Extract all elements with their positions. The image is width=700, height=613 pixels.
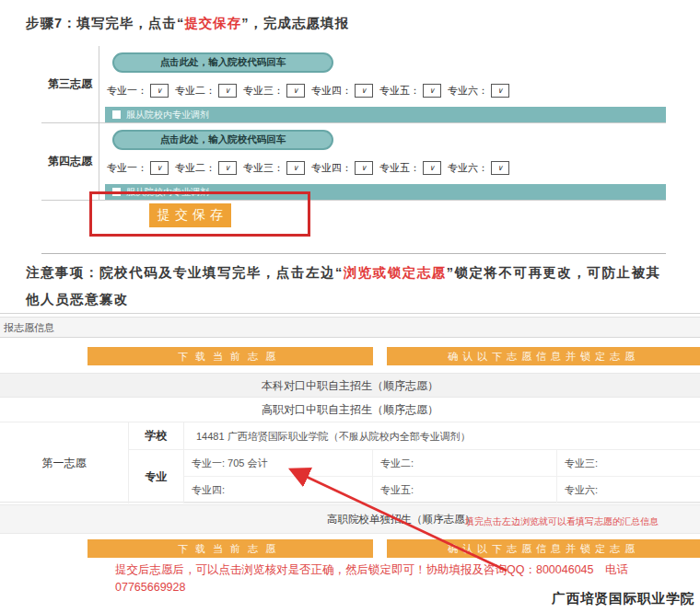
chevron-down-icon: ∨: [225, 164, 230, 172]
major3-label: 专业三：: [243, 84, 284, 98]
note-highlight: 浏览或锁定志愿: [344, 265, 447, 280]
section-row-benke: 本科对口中职自主招生（顺序志愿）: [0, 373, 700, 398]
note-text: 院校代码及专业填写完毕，点击左边“: [99, 265, 344, 280]
major-label: 专业: [129, 450, 184, 503]
danzhao-title: 高职院校单独招生（顺序志愿）: [327, 505, 475, 533]
submit-row: 提交保存: [41, 201, 666, 254]
browse-tip-red-text: 填完点击左边浏览就可以看填写志愿的汇总信息: [465, 515, 659, 528]
checkbox-icon[interactable]: [112, 110, 121, 119]
volunteer-form-screenshot: 第三志愿 点击此处，输入院校代码回车 专业一： ∨ 专业二： ∨ 专业三： ∨ …: [41, 46, 666, 254]
adjust-checkbox-bar[interactable]: 服从院校内专业调剂: [105, 107, 666, 122]
school-code-input-button[interactable]: 点击此处，输入院校代码回车: [112, 52, 333, 73]
major2-label: 专业二：: [175, 161, 216, 175]
download-current-button[interactable]: 下载当前志愿: [88, 539, 373, 558]
major4-select[interactable]: ∨: [355, 84, 373, 98]
adjust-label: 服从院校内专业调剂: [126, 109, 209, 121]
major5-label: 专业五：: [379, 161, 420, 175]
college-name: 广西培贤国际职业学院: [552, 590, 694, 607]
download-current-button[interactable]: 下载当前志愿: [88, 347, 373, 365]
third-choice-label: 第三志愿: [41, 46, 99, 122]
school-value: 14481 广西培贤国际职业学院（不服从院校内全部专业调剂）: [184, 422, 700, 450]
major6-select[interactable]: ∨: [491, 161, 509, 175]
major4-label: 专业四：: [311, 161, 352, 175]
major6-value: 专业六:: [557, 477, 700, 503]
first-choice-label: 第一志愿: [0, 422, 129, 503]
tutorial-page: 步骤7：填写完毕，点击“提交保存”，完成志愿填报 第三志愿 点击此处，输入院校代…: [0, 0, 700, 613]
first-choice-table: 第一志愿 学校 14481 广西培贤国际职业学院（不服从院校内全部专业调剂） 专…: [0, 422, 700, 503]
major3-select[interactable]: ∨: [286, 161, 305, 175]
major3-label: 专业三：: [243, 161, 284, 175]
notes-paragraph: 注意事项：院校代码及专业填写完毕，点击左边“浏览或锁定志愿”锁定将不可再更改，可…: [26, 260, 672, 313]
major4-label: 专业四：: [311, 84, 352, 98]
chevron-down-icon: ∨: [157, 164, 162, 172]
panel-header: 报志愿信息: [0, 317, 700, 338]
major6-select[interactable]: ∨: [491, 84, 509, 98]
top-button-row: 下载当前志愿 确认以下志愿信息并锁定志愿: [0, 347, 700, 365]
confirm-lock-button[interactable]: 确认以下志愿信息并锁定志愿: [387, 347, 700, 365]
third-choice-section: 第三志愿 点击此处，输入院校代码回车 专业一： ∨ 专业二： ∨ 专业三： ∨ …: [41, 46, 666, 123]
chevron-down-icon: ∨: [429, 87, 435, 95]
fourth-choice-content: 点击此处，输入院校代码回车 专业一： ∨ 专业二： ∨ 专业三： ∨ 专业四： …: [99, 123, 666, 200]
section-row-gaozhi: 高职对口中职自主招生（顺序志愿）: [0, 398, 700, 422]
section-row-danzhao: 高职院校单独招生（顺序志愿） 填完点击左边浏览就可以看填写志愿的汇总信息: [0, 504, 700, 534]
major5-label: 专业五：: [379, 84, 420, 98]
chevron-down-icon: ∨: [429, 164, 435, 172]
volunteer-summary-screenshot: 报志愿信息 下载当前志愿 确认以下志愿信息并锁定志愿 本科对口中职自主招生（顺序…: [0, 313, 700, 563]
major3-select[interactable]: ∨: [286, 84, 305, 98]
major2-select[interactable]: ∨: [218, 161, 237, 175]
major-select-row: 专业一： ∨ 专业二： ∨ 专业三： ∨ 专业四： ∨ 专业五： ∨ 专业六： …: [107, 84, 666, 98]
step-title-text-after: ”，完成志愿填报: [241, 16, 349, 30]
major2-select[interactable]: ∨: [218, 84, 237, 98]
bottom-button-row: 下载当前志愿 确认以下志愿信息并锁定志愿: [0, 539, 700, 558]
chevron-down-icon: ∨: [497, 87, 503, 95]
note-prefix: 注意事项：: [26, 265, 99, 280]
chevron-down-icon: ∨: [293, 164, 298, 172]
major1-value: 专业一: 705 会计: [184, 450, 373, 477]
submit-save-button[interactable]: 提交保存: [149, 203, 231, 227]
step-title-text: 填写完毕，点击“: [77, 16, 185, 30]
major6-label: 专业六：: [448, 161, 488, 175]
major5-select[interactable]: ∨: [423, 161, 441, 175]
chevron-down-icon: ∨: [497, 164, 503, 172]
major5-select[interactable]: ∨: [423, 84, 441, 98]
contact-line1: 提交后志愿后，可以点击浏览核对是否正确，然后锁定即可！协助填报及咨询QQ：800…: [115, 561, 654, 579]
step-title-highlight: 提交保存: [184, 16, 241, 30]
major1-select[interactable]: ∨: [150, 161, 169, 175]
chevron-down-icon: ∨: [293, 87, 298, 95]
confirm-lock-button[interactable]: 确认以下志愿信息并锁定志愿: [387, 539, 700, 558]
chevron-down-icon: ∨: [225, 87, 230, 95]
chevron-down-icon: ∨: [157, 87, 162, 95]
major1-select[interactable]: ∨: [150, 84, 169, 98]
major1-label: 专业一：: [107, 161, 147, 175]
step-title-prefix: 步骤7：: [26, 16, 77, 30]
step-title: 步骤7：填写完毕，点击“提交保存”，完成志愿填报: [26, 15, 349, 32]
major5-value: 专业五:: [373, 477, 557, 503]
major4-value: 专业四:: [184, 477, 373, 503]
highlight-box: 提交保存: [89, 191, 310, 237]
major3-value: 专业三:: [557, 450, 700, 477]
major6-label: 专业六：: [448, 84, 488, 98]
school-code-input-button[interactable]: 点击此处，输入院校代码回车: [112, 130, 333, 150]
chevron-down-icon: ∨: [361, 164, 367, 172]
school-label: 学校: [129, 422, 184, 450]
chevron-down-icon: ∨: [361, 87, 367, 95]
major2-value: 专业二:: [373, 450, 557, 477]
major4-select[interactable]: ∨: [355, 161, 373, 175]
major1-label: 专业一：: [107, 84, 147, 98]
third-choice-content: 点击此处，输入院校代码回车 专业一： ∨ 专业二： ∨ 专业三： ∨ 专业四： …: [99, 46, 666, 122]
major2-label: 专业二：: [175, 84, 216, 98]
major-select-row: 专业一： ∨ 专业二： ∨ 专业三： ∨ 专业四： ∨ 专业五： ∨ 专业六： …: [107, 161, 666, 175]
fourth-choice-section: 第四志愿 点击此处，输入院校代码回车 专业一： ∨ 专业二： ∨ 专业三： ∨ …: [41, 123, 666, 201]
fourth-choice-label: 第四志愿: [41, 123, 99, 200]
major-values-grid: 专业一: 705 会计 专业二: 专业三: 专业四: 专业五: 专业六:: [184, 450, 700, 503]
